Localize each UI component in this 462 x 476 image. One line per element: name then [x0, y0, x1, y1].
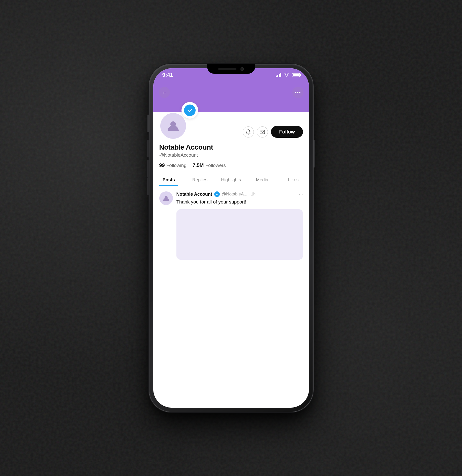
tweet-text: Thank you for all of your support!: [176, 198, 303, 206]
signal-bar-3: [279, 74, 280, 77]
status-icons: [276, 73, 300, 78]
tab-highlights[interactable]: Highlights: [215, 173, 247, 186]
tweet-row: Notable Account @NotableA... · 1h: [159, 191, 303, 260]
tweet-more-button[interactable]: ···: [299, 192, 303, 197]
tweet-handle-time: @NotableA... · 1h: [222, 192, 256, 197]
bell-plus-button[interactable]: [243, 126, 254, 138]
avatar: [159, 112, 187, 140]
tweet-verified-icon: [214, 191, 220, 197]
profile-handle: @NotableAccount: [159, 152, 303, 158]
back-arrow-icon: ←: [162, 90, 167, 95]
notch-camera: [240, 67, 244, 71]
status-time: 9:41: [162, 72, 173, 78]
svg-rect-3: [260, 130, 265, 134]
profile-section: Follow Notable Account @NotableAccount 9…: [153, 112, 309, 186]
phone-screen: 9:41: [153, 68, 309, 408]
tabs-row: Posts Replies Highlights Media Likes: [153, 173, 309, 186]
tab-media[interactable]: Media: [247, 173, 278, 186]
battery-fill: [293, 74, 299, 76]
battery-icon: [292, 73, 300, 77]
verified-check-icon: [184, 105, 196, 116]
notch-speaker: [218, 68, 236, 70]
followers-stat[interactable]: 7.5M Followers: [193, 162, 226, 168]
screen-content[interactable]: ← •••: [153, 82, 309, 408]
signal-bars-icon: [276, 73, 281, 77]
more-dots-icon: •••: [295, 90, 301, 95]
phone-wrapper: 9:41: [143, 55, 319, 421]
tab-likes[interactable]: Likes: [278, 173, 309, 186]
person-icon: [167, 119, 180, 132]
action-buttons: Follow: [243, 126, 303, 140]
signal-bar-2: [277, 75, 278, 77]
verified-bubble: [181, 102, 198, 119]
message-icon: [260, 129, 265, 135]
followers-count: 7.5M: [193, 162, 204, 168]
profile-name: Notable Account: [159, 143, 303, 151]
tweet-area: Notable Account @NotableA... · 1h: [153, 186, 309, 265]
back-button[interactable]: ←: [159, 87, 170, 98]
tweet-avatar-icon: [163, 195, 170, 202]
tab-replies[interactable]: Replies: [184, 173, 215, 186]
following-stat[interactable]: 99 Following: [159, 162, 187, 168]
more-button[interactable]: •••: [292, 87, 303, 98]
profile-avatar-row: Follow: [159, 112, 303, 140]
follow-button[interactable]: Follow: [271, 126, 303, 138]
signal-bar-4: [280, 73, 281, 77]
wifi-icon: [284, 73, 289, 78]
following-label: Following: [166, 163, 187, 168]
tweet-image-placeholder: [176, 209, 303, 260]
tweet-content: Notable Account @NotableA... · 1h: [176, 191, 303, 260]
tab-posts[interactable]: Posts: [153, 173, 184, 186]
followers-label: Followers: [205, 163, 226, 168]
tweet-author-name: Notable Account: [176, 192, 212, 197]
profile-stats: 99 Following 7.5M Followers: [159, 162, 303, 168]
bell-plus-icon: [245, 129, 251, 135]
phone-shell: 9:41: [149, 64, 313, 412]
following-count: 99: [159, 162, 165, 168]
signal-bar-1: [276, 76, 277, 77]
message-button[interactable]: [257, 126, 268, 138]
tweet-header: Notable Account @NotableA... · 1h: [176, 191, 303, 197]
notch: [207, 64, 255, 74]
tweet-avatar: [159, 191, 173, 205]
